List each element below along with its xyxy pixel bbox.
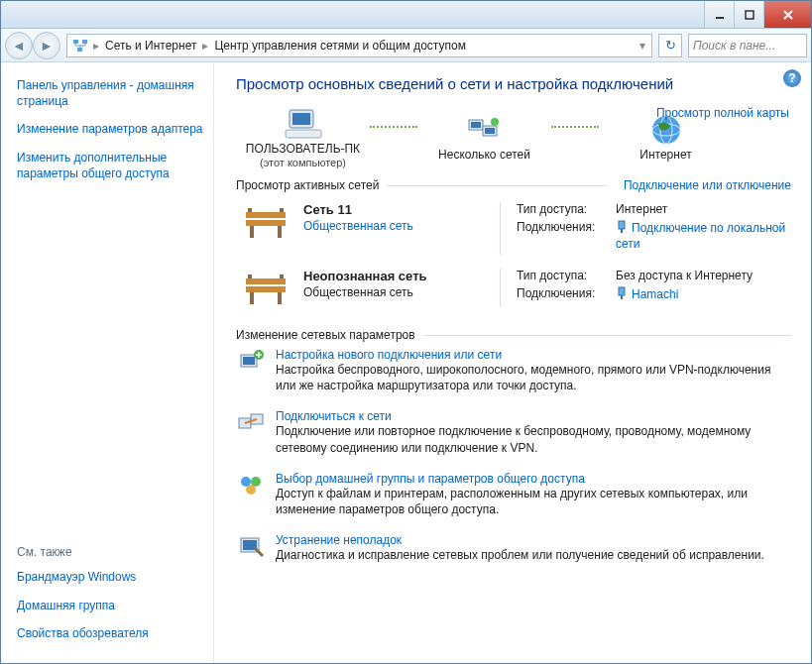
minimize-button[interactable] bbox=[704, 1, 734, 28]
connections-label: Подключения: bbox=[517, 220, 616, 251]
map-multi-label: Несколько сетей bbox=[438, 148, 530, 163]
network-block: Неопознанная сеть Общественная сеть Тип … bbox=[236, 265, 791, 318]
sidebar-homegroup[interactable]: Домашняя группа bbox=[17, 598, 203, 613]
svg-rect-27 bbox=[278, 292, 282, 304]
sidebar: Панель управления - домашняя страница Из… bbox=[1, 63, 214, 663]
svg-rect-28 bbox=[248, 275, 252, 278]
svg-rect-4 bbox=[77, 48, 82, 52]
access-type-value: Интернет bbox=[616, 202, 791, 216]
map-link-icon bbox=[551, 126, 599, 128]
see-also-header: См. также bbox=[17, 545, 203, 559]
connections-label: Подключения: bbox=[517, 286, 616, 303]
search-input[interactable]: Поиск в пане... bbox=[688, 34, 807, 57]
access-type-label: Тип доступа: bbox=[517, 269, 616, 282]
map-this-pc: ПОЛЬЗОВАТЕЛЬ-ПК (этот компьютер) bbox=[236, 106, 370, 168]
bench-icon bbox=[236, 269, 295, 308]
map-link-icon bbox=[370, 126, 417, 128]
settings-title[interactable]: Подключиться к сети bbox=[276, 409, 392, 423]
connect-disconnect[interactable]: Подключение или отключение bbox=[624, 178, 791, 192]
network-info: Сеть 11 Общественная сеть bbox=[303, 202, 492, 233]
svg-rect-10 bbox=[471, 122, 481, 128]
settings-desc: Подключение или повторное подключение к … bbox=[276, 423, 771, 455]
svg-rect-19 bbox=[278, 226, 282, 238]
close-button[interactable] bbox=[763, 1, 811, 28]
nav-buttons: ◄ ► bbox=[5, 32, 60, 59]
svg-rect-7 bbox=[286, 130, 321, 138]
network-category: Общественная сеть bbox=[303, 285, 492, 299]
sidebar-internet-options[interactable]: Свойства обозревателя bbox=[17, 625, 203, 641]
breadcrumb[interactable]: ▸ Сеть и Интернет ▸ Центр управления сет… bbox=[66, 34, 652, 57]
svg-rect-25 bbox=[246, 286, 286, 292]
computer-icon bbox=[284, 106, 323, 142]
svg-rect-6 bbox=[292, 113, 310, 125]
svg-rect-33 bbox=[243, 357, 255, 365]
window: ◄ ► ▸ Сеть и Интернет ▸ Центр управления… bbox=[0, 0, 812, 664]
active-networks-header: Просмотр активных сетей Подключение или … bbox=[236, 178, 791, 192]
see-also: См. также Брандмауэр Windows Домашняя гр… bbox=[17, 545, 203, 653]
toolbar: ◄ ► ▸ Сеть и Интернет ▸ Центр управления… bbox=[1, 29, 811, 62]
chevron-down-icon[interactable]: ▾ bbox=[638, 39, 647, 53]
see-full-map[interactable]: Просмотр полной карты bbox=[656, 106, 789, 120]
connection-link[interactable]: Hamachi bbox=[632, 287, 678, 301]
troubleshoot-icon bbox=[236, 533, 266, 561]
forward-button[interactable]: ► bbox=[33, 32, 60, 59]
networks-icon bbox=[465, 112, 505, 148]
svg-rect-24 bbox=[246, 278, 286, 284]
map-multi-networks: Несколько сетей bbox=[417, 112, 551, 163]
network-block: Сеть 11 Общественная сеть Тип доступа:Ин… bbox=[236, 198, 791, 265]
network-settings: Настройка нового подключения или сети На… bbox=[236, 348, 791, 563]
svg-rect-18 bbox=[250, 226, 254, 238]
main-panel: ? Просмотр основных сведений о сети и на… bbox=[214, 63, 811, 663]
connection-link[interactable]: Подключение по локальной сети bbox=[616, 221, 785, 251]
settings-header: Изменение сетевых параметров bbox=[236, 328, 791, 342]
access-type-value: Без доступа к Интернету bbox=[616, 269, 791, 282]
settings-title[interactable]: Настройка нового подключения или сети bbox=[276, 348, 502, 362]
settings-item-connect: Подключиться к сети Подключение или повт… bbox=[236, 409, 791, 455]
network-details: Тип доступа:Без доступа к Интернету Подк… bbox=[500, 269, 791, 307]
help-icon[interactable]: ? bbox=[783, 69, 801, 87]
svg-rect-1 bbox=[746, 11, 754, 19]
svg-rect-21 bbox=[280, 208, 284, 212]
chevron-right-icon: ▸ bbox=[200, 39, 210, 53]
chevron-right-icon: ▸ bbox=[91, 39, 101, 53]
active-networks-label: Просмотр активных сетей bbox=[236, 178, 379, 192]
svg-rect-30 bbox=[619, 287, 625, 295]
settings-desc: Настройка беспроводного, широкополосного… bbox=[276, 362, 771, 393]
svg-rect-29 bbox=[280, 275, 284, 278]
connect-icon bbox=[236, 409, 266, 437]
svg-rect-20 bbox=[248, 208, 252, 212]
sidebar-firewall[interactable]: Брандмауэр Windows bbox=[17, 569, 203, 585]
homegroup-icon bbox=[236, 472, 266, 499]
wired-icon bbox=[616, 286, 628, 303]
svg-rect-11 bbox=[485, 128, 495, 134]
network-details: Тип доступа:Интернет Подключения:Подключ… bbox=[500, 202, 791, 255]
refresh-button[interactable]: ↻ bbox=[658, 34, 682, 57]
crumb-level2[interactable]: Центр управления сетями и общим доступом bbox=[210, 39, 470, 53]
svg-rect-16 bbox=[246, 212, 286, 218]
wired-icon bbox=[616, 220, 628, 237]
access-type-label: Тип доступа: bbox=[517, 202, 616, 216]
svg-rect-22 bbox=[619, 221, 625, 229]
crumb-level1[interactable]: Сеть и Интернет bbox=[101, 39, 200, 53]
settings-title[interactable]: Устранение неполадок bbox=[276, 533, 402, 547]
svg-rect-0 bbox=[716, 17, 724, 19]
settings-title[interactable]: Выбор домашней группы и параметров общег… bbox=[276, 472, 585, 486]
maximize-button[interactable] bbox=[734, 1, 763, 28]
map-internet-label: Интернет bbox=[639, 148, 691, 163]
svg-rect-2 bbox=[73, 40, 78, 44]
svg-rect-31 bbox=[621, 295, 623, 299]
sidebar-item-sharing[interactable]: Изменить дополнительные параметры общего… bbox=[17, 150, 203, 181]
network-map: ПОЛЬЗОВАТЕЛЬ-ПК (этот компьютер) Несколь… bbox=[236, 106, 791, 168]
svg-point-39 bbox=[246, 485, 256, 495]
titlebar bbox=[1, 1, 811, 29]
bench-icon bbox=[236, 202, 295, 242]
settings-item-homegroup: Выбор домашней группы и параметров общег… bbox=[236, 472, 791, 517]
map-this-pc-sub: (этот компьютер) bbox=[260, 157, 346, 168]
network-category[interactable]: Общественная сеть bbox=[303, 219, 413, 233]
back-button[interactable]: ◄ bbox=[5, 32, 33, 59]
sidebar-item-home[interactable]: Панель управления - домашняя страница bbox=[17, 77, 203, 109]
settings-header-label: Изменение сетевых параметров bbox=[236, 328, 415, 342]
network-name: Сеть 11 bbox=[303, 202, 492, 217]
network-info: Неопознанная сеть Общественная сеть bbox=[303, 269, 492, 299]
sidebar-item-adapter[interactable]: Изменение параметров адаптера bbox=[17, 121, 203, 137]
